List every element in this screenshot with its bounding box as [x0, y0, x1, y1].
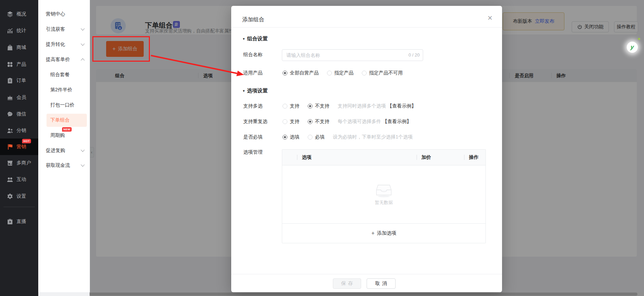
radio-icon	[283, 119, 287, 124]
option-table: 选项 加价 操作 暂无数据 + 添加选项	[282, 149, 486, 243]
combo-name-label: 组合名称	[243, 52, 283, 58]
hot-badge: HOT	[22, 139, 31, 143]
shopping-bag-icon	[7, 44, 13, 51]
layers-icon	[7, 11, 13, 18]
radio-icon	[327, 71, 332, 75]
assistant-widget[interactable]: y	[627, 42, 638, 53]
repeat-select-row: 支持重复选 支持 不支持 每个选项可选择多件 【查看示例】	[243, 116, 493, 127]
col-markup: 加价	[421, 154, 431, 161]
radio-icon	[283, 71, 287, 75]
radio-specified-products-disabled[interactable]: 指定产品不可用	[362, 70, 403, 76]
combo-name-input[interactable]	[282, 49, 423, 61]
radio-repeat-support[interactable]: 支持	[283, 119, 299, 125]
radio-all-self-products[interactable]: 全部自营产品	[283, 70, 319, 76]
chevron-down-icon	[81, 42, 84, 45]
radio-icon	[283, 104, 287, 109]
marketing-submenu: 营销中心 引流获客 提升转化 提高客单价 组合套餐 第2件半价 打包一口价 下单…	[38, 0, 90, 292]
new-badge: NEW	[62, 127, 72, 132]
sidebar-item-overview[interactable]: 概况	[0, 6, 38, 22]
submenu-item-repurchase[interactable]: 促进复购	[38, 144, 90, 157]
sidebar-item-distribution[interactable]: 分销	[0, 122, 38, 139]
sidebar-item-products[interactable]: 产品	[0, 56, 38, 73]
radio-repeat-not-support[interactable]: 不支持	[308, 119, 329, 125]
sidebar-item-orders[interactable]: 订单	[0, 72, 38, 89]
submenu-item-combo-package[interactable]: 组合套餐	[38, 68, 90, 81]
chevron-down-icon	[81, 27, 84, 30]
storefront-icon	[7, 160, 13, 166]
submenu-item-marketing-center[interactable]: 营销中心	[38, 8, 90, 21]
submenu-item-order-combo[interactable]: 下单组合	[38, 114, 90, 127]
add-option-button[interactable]: + 添加选项	[282, 223, 485, 243]
col-action: 操作	[469, 154, 479, 161]
radio-icon	[308, 119, 313, 124]
apply-products-row: 适用产品 全部自营产品 指定产品 指定产品不可用	[243, 68, 493, 78]
submenu-item-traffic-acquisition[interactable]: 引流获客	[38, 23, 90, 36]
sidebar-item-multi-merchant[interactable]: 多商户	[0, 155, 38, 171]
multi-select-label: 支持多选	[243, 103, 283, 109]
dialog-title: 添加组合	[242, 16, 264, 23]
assistant-logo: y	[630, 44, 634, 51]
sidebar-item-mall[interactable]: 商城	[0, 39, 38, 56]
chevron-down-icon	[81, 148, 84, 152]
sidebar-item-marketing[interactable]: 营销 HOT	[0, 139, 38, 155]
submenu-item-second-half-price[interactable]: 第2件半价	[38, 83, 90, 96]
required-row: 是否必填 选填 必填 设为必填时，下单时至少选择1个选项	[243, 132, 493, 142]
radio-icon	[308, 135, 313, 140]
radio-icon	[308, 104, 313, 109]
radio-optional[interactable]: 选填	[283, 134, 299, 140]
cancel-button[interactable]: 取消	[367, 278, 396, 289]
sidebar-item-live[interactable]: 直播	[0, 213, 38, 230]
sidebar-item-members[interactable]: 会员	[0, 89, 38, 106]
section-combo-settings[interactable]: ▼ 组合设置	[242, 35, 268, 42]
required-label: 是否必填	[243, 134, 283, 140]
sidebar-item-interaction[interactable]: 互动	[0, 171, 38, 188]
submenu-item-cash-flow[interactable]: 获取现金流	[38, 159, 90, 172]
sidebar-divider	[3, 207, 35, 207]
caret-down-icon: ▼	[242, 89, 245, 93]
empty-state: 暂无数据	[282, 165, 485, 224]
add-option-label: 添加选项	[377, 230, 396, 236]
people-icon	[7, 127, 13, 134]
bar-chart-icon	[7, 27, 13, 34]
empty-inbox-icon	[376, 183, 392, 197]
required-hint: 设为必填时，下单时至少选择1个选项	[333, 134, 413, 140]
empty-text: 暂无数据	[375, 200, 393, 206]
live-tv-icon	[7, 218, 13, 225]
radio-specified-products[interactable]: 指定产品	[327, 70, 354, 76]
radio-icon	[283, 135, 287, 140]
radio-required[interactable]: 必填	[308, 134, 325, 140]
submenu-item-bundle-price[interactable]: 打包一口价	[38, 99, 90, 112]
multi-example-link[interactable]: 【查看示例】	[387, 103, 416, 109]
sidebar-item-statistics[interactable]: 统计	[0, 22, 38, 39]
option-manage-label: 选项管理	[243, 149, 283, 155]
primary-sidebar: 概况 统计 商城 产品 订单 会员 微信 分销 营销 HOT 多商户 互动	[0, 0, 38, 296]
flag-icon	[7, 143, 13, 150]
chat-bubble-icon	[7, 111, 13, 118]
column-separator	[464, 155, 464, 160]
radio-multi-support[interactable]: 支持	[283, 103, 299, 109]
submenu-item-conversion-boost[interactable]: 提升转化	[38, 38, 90, 51]
section-option-settings[interactable]: ▼ 选项设置	[242, 88, 268, 94]
close-icon[interactable]: ×	[485, 13, 494, 22]
chevron-up-icon	[81, 58, 84, 62]
option-table-header: 选项 加价 操作	[282, 150, 485, 165]
multi-select-hint: 支持同时选择多个选项	[338, 103, 386, 109]
combo-name-field: 0 / 20	[282, 49, 423, 61]
plus-icon: +	[371, 230, 375, 236]
column-separator	[417, 155, 417, 160]
radio-multi-not-support[interactable]: 不支持	[308, 103, 329, 109]
clipboard-icon	[7, 77, 13, 84]
char-counter: 0 / 20	[408, 52, 420, 58]
sidebar-item-settings[interactable]: 设置	[0, 188, 38, 205]
footer-divider	[231, 274, 502, 274]
submenu-item-cycle-purchase[interactable]: 周期购 NEW	[38, 129, 90, 142]
save-button[interactable]: 保存	[333, 278, 361, 289]
sidebar-item-wechat[interactable]: 微信	[0, 106, 38, 122]
group-icon	[7, 176, 13, 183]
grid-icon	[7, 61, 13, 68]
apply-products-label: 适用产品	[243, 70, 283, 76]
repeat-select-hint: 每个选项可选择多件	[338, 119, 381, 125]
submenu-item-raise-order-value[interactable]: 提高客单价	[38, 53, 90, 66]
crown-icon	[7, 94, 13, 101]
repeat-example-link[interactable]: 【查看示例】	[382, 119, 411, 125]
